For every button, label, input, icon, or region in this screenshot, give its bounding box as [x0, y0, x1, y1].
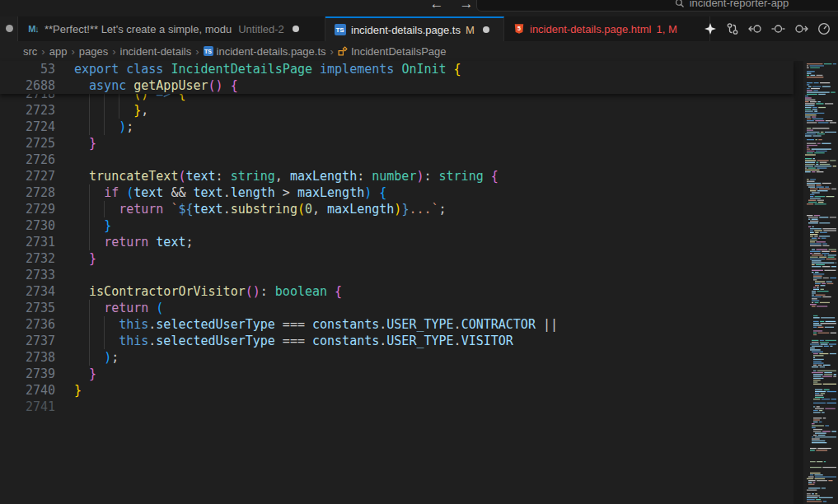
code-line[interactable]: 2726 [0, 152, 794, 168]
indent-guide [104, 119, 105, 135]
line-number[interactable]: 2735 [0, 300, 55, 316]
code-token [74, 169, 89, 184]
code-line[interactable]: 2733 [0, 267, 794, 283]
line-number[interactable]: 2728 [0, 184, 55, 201]
breadcrumb-item-incident-details[interactable]: incident-details [120, 45, 192, 58]
code-token: ; [439, 202, 447, 217]
breadcrumb-item-src[interactable]: src [23, 45, 37, 58]
open-changes-icon[interactable] [726, 22, 739, 35]
tab-label: incident-details.page.ts [351, 24, 461, 36]
code-line[interactable]: 2736 this.selectedUserType === constants… [0, 316, 794, 333]
code-line[interactable]: 2725 } [0, 135, 794, 152]
code-token: async [89, 78, 133, 93]
code-line[interactable]: 2734 isContractorOrVisitor(): boolean { [0, 283, 794, 300]
indent-guide [104, 201, 105, 217]
line-number[interactable]: 2739 [0, 366, 55, 382]
modified-dot-icon[interactable] [483, 26, 489, 33]
code-line[interactable]: 2729 return `${text.substring(0, maxLeng… [0, 201, 794, 217]
line-number[interactable]: 2732 [0, 250, 55, 267]
code-line[interactable]: 53export class IncidentDetailsPage imple… [0, 61, 794, 77]
breadcrumb-label: app [49, 45, 68, 58]
code-line[interactable]: 2739 } [0, 366, 794, 382]
line-number[interactable]: 2723 [0, 102, 55, 119]
line-number[interactable]: 2726 [0, 152, 55, 168]
tab-label: **Perfect!** Let's create a simple, modu [44, 23, 232, 35]
previous-change-icon[interactable] [748, 22, 762, 35]
line-number[interactable]: 2738 [0, 349, 55, 366]
indent-guide [89, 300, 90, 316]
tab-incident-details-page-ts[interactable]: TS incident-details.page.ts M [325, 16, 504, 41]
code-line[interactable]: 2732 } [0, 250, 794, 267]
compare-changes-icon[interactable] [771, 22, 785, 35]
code-token [372, 185, 379, 200]
code-line[interactable]: 2738 ); [0, 349, 794, 366]
code-line[interactable]: 2731 return text; [0, 234, 794, 250]
code-token: maxLength [297, 185, 364, 200]
copilot-icon[interactable] [704, 22, 717, 35]
code-token: , [312, 202, 327, 217]
indent-guide [119, 102, 119, 119]
tab-incident-details-page-html[interactable]: 5 incident-details.page.html 1, M [504, 16, 710, 41]
line-number[interactable]: 2736 [0, 316, 55, 333]
code-token: } [89, 251, 96, 266]
breadcrumb-item-app[interactable]: app [49, 45, 68, 58]
line-number[interactable]: 2729 [0, 201, 55, 217]
chevron-right-icon: › [194, 45, 199, 58]
code-token: CONTRACTOR [461, 317, 536, 332]
line-number[interactable]: 2734 [0, 283, 55, 300]
code-line[interactable]: 2737 this.selectedUserType === constants… [0, 333, 794, 349]
line-number[interactable]: 2741 [0, 399, 55, 415]
code-token: text [194, 202, 223, 217]
navigate-back-button[interactable]: ← [427, 0, 447, 12]
code-token: return [104, 235, 148, 250]
code-editor[interactable]: 2718 () => {2723 },2724 );2725 }27262727… [0, 61, 838, 504]
code-token: string [439, 169, 484, 184]
line-number[interactable]: 2731 [0, 234, 55, 250]
code-token: truncateText [89, 169, 178, 184]
code-token: ; [126, 119, 133, 134]
line-number[interactable]: 2725 [0, 135, 55, 152]
code-token: ( [126, 185, 133, 200]
editor-scrollbar[interactable] [794, 61, 803, 504]
modified-dot-icon[interactable] [293, 26, 299, 32]
indent-guide [104, 102, 105, 119]
code-line[interactable]: 2727 truncateText(text: string, maxLengt… [0, 168, 794, 184]
breadcrumb: src›app›pages›incident-details›TSinciden… [0, 41, 838, 61]
code-line[interactable]: 2723 }, [0, 102, 794, 119]
code-line[interactable]: 2740} [0, 382, 794, 399]
line-number[interactable]: 2688 [0, 77, 55, 94]
line-number[interactable]: 2727 [0, 168, 55, 184]
code-token [484, 169, 491, 184]
code-content[interactable]: 2718 () => {2723 },2724 );2725 }27262727… [0, 61, 794, 504]
line-number[interactable]: 53 [0, 61, 55, 77]
breadcrumb-item-incidentdetailspage[interactable]: IncidentDetailsPage [338, 45, 447, 58]
code-token: USER_TYPE [386, 317, 453, 332]
chevron-right-icon: › [70, 45, 75, 58]
breadcrumb-item-pages[interactable]: pages [79, 45, 108, 58]
code-token: maxLength [327, 202, 394, 217]
line-number[interactable]: 2724 [0, 119, 55, 135]
minimap[interactable] [803, 61, 838, 504]
code-token: , [141, 103, 148, 118]
command-center-search[interactable]: incident-reporter-app [476, 0, 838, 12]
indent-guide [104, 316, 105, 333]
code-line[interactable]: 2724 ); [0, 119, 794, 135]
line-number[interactable]: 2730 [0, 217, 55, 234]
code-line[interactable]: 2735 return ( [0, 300, 794, 316]
code-line[interactable]: 2741 [0, 399, 794, 415]
code-line[interactable]: 2728 if (text && text.length > maxLength… [0, 184, 794, 201]
code-token: ) [119, 119, 126, 134]
navigate-forward-button[interactable]: → [456, 0, 476, 12]
timeline-icon[interactable] [817, 22, 831, 35]
breadcrumb-item-incident-details-page-ts[interactable]: TSincident-details.page.ts [204, 45, 326, 58]
line-number[interactable]: 2740 [0, 382, 55, 399]
next-change-icon[interactable] [794, 22, 808, 35]
line-number[interactable]: 2733 [0, 267, 55, 283]
code-token [74, 284, 89, 299]
sticky-scroll[interactable]: 53export class IncidentDetailsPage imple… [0, 61, 794, 94]
line-number[interactable]: 2737 [0, 333, 55, 349]
clipped-tab-modified-indicator [6, 25, 13, 32]
code-line[interactable]: 2730 } [0, 217, 794, 234]
code-line[interactable]: 2688 async getAppUser() { [0, 77, 794, 94]
tab-untitled-markdown[interactable]: M↓ **Perfect!** Let's create a simple, m… [19, 16, 325, 41]
